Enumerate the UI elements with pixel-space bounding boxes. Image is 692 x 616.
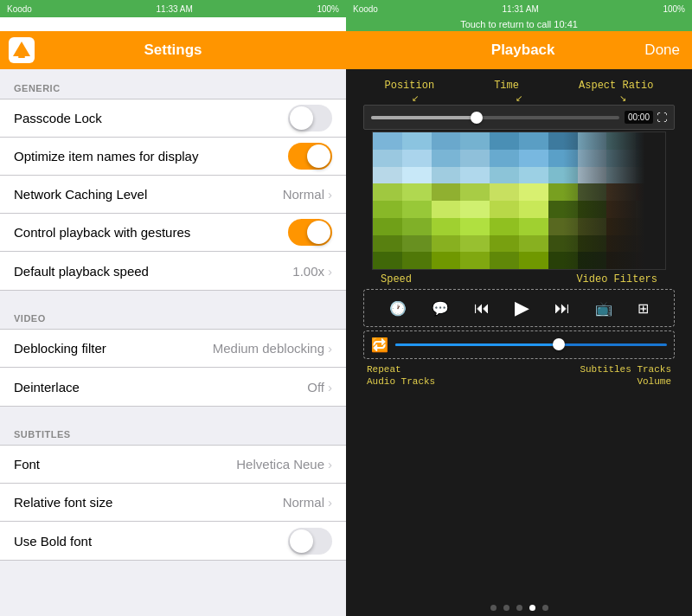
- gestures-toggle[interactable]: [288, 219, 332, 246]
- time-display: 00:00: [625, 111, 653, 124]
- playback-speed-value: 1.00x ›: [292, 264, 332, 279]
- speed-chevron: ›: [328, 264, 332, 279]
- passcode-lock-row: Passcode Lock: [0, 99, 346, 138]
- dot-2[interactable]: [503, 605, 509, 611]
- audio-tracks-annotation: Audio Tracks: [367, 376, 435, 387]
- gestures-row: Control playback with gestures: [0, 214, 346, 252]
- speed-annotation: Speed: [381, 273, 412, 286]
- seek-bar[interactable]: [371, 116, 619, 119]
- right-time: 11:31 AM: [503, 4, 539, 14]
- fullscreen-icon[interactable]: ⛶: [657, 112, 667, 124]
- pip-icon[interactable]: ⊞: [638, 300, 649, 317]
- network-caching-value: Normal ›: [283, 187, 332, 202]
- status-bar-right: Koodo 11:31 AM 100%: [346, 0, 692, 17]
- seek-thumb[interactable]: [471, 112, 483, 124]
- font-size-chevron: ›: [328, 495, 332, 510]
- subtitles-settings-group: Font Helvetica Neue › Relative font size…: [0, 445, 346, 561]
- svg-rect-3: [18, 56, 25, 58]
- call-banner[interactable]: Touch to return to call 10:41: [346, 17, 692, 31]
- playback-panel: Position Time Aspect Ratio ↙ ↙ ↘ 00:00: [346, 69, 692, 616]
- repeat-annotation: Repeat: [367, 364, 401, 375]
- gestures-label: Control playback with gestures: [14, 225, 190, 240]
- volume-bar[interactable]: [395, 343, 667, 346]
- volume-thumb[interactable]: [553, 338, 565, 350]
- font-size-row[interactable]: Relative font size Normal ›: [0, 484, 346, 522]
- svg-rect-2: [20, 51, 23, 56]
- playback-title: Playback: [491, 42, 555, 59]
- position-annotation: Position: [385, 80, 435, 92]
- repeat-icon[interactable]: 🔁: [371, 337, 388, 353]
- video-preview: [372, 132, 666, 270]
- done-button[interactable]: Done: [644, 42, 680, 59]
- optimize-names-toggle[interactable]: [288, 143, 332, 170]
- dot-4-active[interactable]: [529, 605, 535, 611]
- subtitles-icon[interactable]: 💬: [432, 300, 449, 317]
- subtitles-section-header: SUBTITLES: [0, 424, 346, 445]
- passcode-lock-toggle[interactable]: [288, 105, 332, 132]
- time-annotation: Time: [494, 80, 519, 92]
- passcode-lock-label: Passcode Lock: [14, 111, 102, 125]
- network-caching-label: Network Caching Level: [14, 187, 147, 202]
- generic-section-header: GENERIC: [0, 69, 346, 99]
- optimize-names-row: Optimize item names for display: [0, 138, 346, 176]
- deblocking-label: Deblocking filter: [14, 341, 106, 356]
- video-section-header: VIDEO: [0, 308, 346, 329]
- left-battery: 100%: [317, 4, 339, 14]
- skip-back-icon[interactable]: ⏮: [474, 299, 490, 318]
- aspect-ratio-annotation: Aspect Ratio: [579, 80, 653, 92]
- dot-1[interactable]: [490, 605, 497, 611]
- time-arrow: ↙: [516, 93, 522, 103]
- controls-bar: 🕐 💬 ⏮ ▶ ⏭ 📺 ⊞: [368, 293, 670, 323]
- font-chevron: ›: [328, 457, 332, 472]
- airplay-icon[interactable]: 📺: [595, 300, 612, 317]
- play-icon[interactable]: ▶: [515, 297, 529, 319]
- deinterlace-value: Off ›: [307, 380, 332, 395]
- deblocking-chevron: ›: [328, 341, 332, 356]
- settings-panel: GENERIC Passcode Lock Optimize item name…: [0, 69, 346, 616]
- position-arrow: ↙: [412, 93, 419, 103]
- settings-header: Settings: [0, 31, 346, 69]
- video-filters-annotation: Video Filters: [576, 273, 657, 286]
- deinterlace-chevron: ›: [328, 380, 332, 395]
- dot-5[interactable]: [542, 605, 548, 611]
- settings-title: Settings: [144, 42, 202, 59]
- skip-forward-icon[interactable]: ⏭: [554, 299, 570, 318]
- subtitles-tracks-annotation: Subtitles Tracks: [580, 364, 671, 375]
- generic-settings-group: Passcode Lock Optimize item names for di…: [0, 99, 346, 291]
- volume-annotation: Volume: [637, 376, 671, 387]
- page-dots: [346, 600, 692, 616]
- left-time: 11:33 AM: [157, 4, 193, 14]
- playback-speed-label: Default playback speed: [14, 264, 149, 279]
- font-label: Font: [14, 457, 40, 472]
- playback-header: Playback Done: [346, 31, 692, 69]
- left-carrier: Koodo: [7, 4, 32, 14]
- video-settings-group: Deblocking filter Medium deblocking › De…: [0, 329, 346, 407]
- status-bar-left: Koodo 11:33 AM 100%: [0, 0, 346, 17]
- network-caching-row[interactable]: Network Caching Level Normal ›: [0, 176, 346, 214]
- dot-3[interactable]: [516, 605, 522, 611]
- optimize-names-label: Optimize item names for display: [14, 149, 198, 164]
- font-row[interactable]: Font Helvetica Neue ›: [0, 446, 346, 484]
- right-battery: 100%: [663, 4, 685, 14]
- playback-speed-row[interactable]: Default playback speed 1.00x ›: [0, 252, 346, 290]
- vlc-icon: [9, 37, 35, 63]
- bold-font-label: Use Bold font: [14, 534, 92, 549]
- deblocking-value: Medium deblocking ›: [213, 341, 332, 356]
- bold-font-toggle[interactable]: [288, 528, 332, 555]
- font-size-label: Relative font size: [14, 495, 112, 510]
- font-size-value: Normal ›: [283, 495, 332, 510]
- font-value: Helvetica Neue ›: [236, 457, 332, 472]
- deblocking-row[interactable]: Deblocking filter Medium deblocking ›: [0, 330, 346, 368]
- aspect-ratio-arrow: ↘: [619, 93, 626, 103]
- deinterlace-row[interactable]: Deinterlace Off ›: [0, 368, 346, 406]
- deinterlace-label: Deinterlace: [14, 380, 80, 395]
- clock-icon[interactable]: 🕐: [389, 300, 407, 317]
- network-caching-chevron: ›: [328, 187, 332, 202]
- right-carrier: Koodo: [353, 4, 378, 14]
- bold-font-row: Use Bold font: [0, 522, 346, 560]
